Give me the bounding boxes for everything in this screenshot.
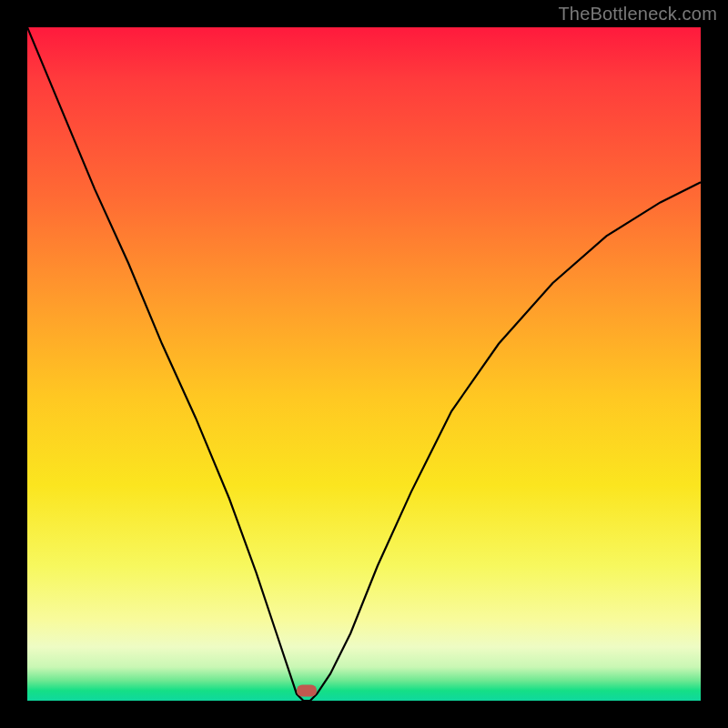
chart-frame: TheBottleneck.com (0, 0, 728, 728)
optimal-marker (297, 684, 317, 696)
plot-area (27, 27, 701, 701)
bottleneck-curve (27, 27, 701, 701)
watermark-text: TheBottleneck.com (558, 4, 717, 25)
